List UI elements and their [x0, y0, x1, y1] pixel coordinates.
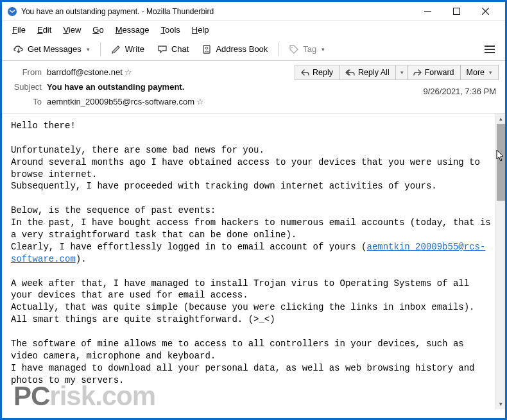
toolbar: Get Messages ▾ Write Chat Address Book T…: [2, 38, 505, 61]
app-menu-button[interactable]: [481, 40, 499, 58]
get-messages-label: Get Messages: [28, 44, 82, 54]
star-icon[interactable]: ☆: [196, 97, 204, 106]
to-label: To: [11, 97, 47, 106]
scroll-down-button[interactable]: ▾: [496, 399, 505, 409]
chat-button[interactable]: Chat: [152, 42, 194, 57]
subject-label: Subject: [11, 82, 47, 92]
reply-all-button[interactable]: Reply All: [339, 65, 396, 80]
tag-label: Tag: [303, 44, 316, 54]
download-cloud-icon: [13, 44, 24, 55]
reply-button[interactable]: Reply: [295, 65, 339, 80]
svg-rect-1: [424, 11, 431, 12]
message-body: Hello there! Unfortunately, there are so…: [2, 113, 505, 409]
write-button[interactable]: Write: [106, 42, 150, 57]
address-book-button[interactable]: Address Book: [196, 42, 273, 57]
separator: [278, 42, 279, 56]
tag-icon: [289, 44, 299, 55]
reply-label: Reply: [313, 68, 333, 77]
forward-icon: [413, 69, 422, 76]
message-date: 9/26/2021, 7:36 PM: [424, 87, 496, 96]
subject-value: You have an outstanding payment.: [47, 82, 184, 92]
forward-label: Forward: [425, 68, 454, 77]
minimize-button[interactable]: [413, 3, 442, 21]
from-value: barrdoff@cstone.net: [47, 67, 123, 77]
app-icon: [7, 6, 17, 17]
message-body-container: Hello there! Unfortunately, there are so…: [2, 113, 505, 409]
menu-file[interactable]: File: [7, 23, 31, 37]
header-actions: Reply Reply All ▾ Forward More ▾: [295, 65, 499, 80]
address-book-icon: [202, 44, 212, 55]
menu-message[interactable]: Message: [110, 23, 155, 37]
vertical-scrollbar[interactable]: ▴ ▾: [495, 113, 505, 409]
menubar: File Edit View Go Message Tools Help: [2, 21, 505, 38]
svg-point-0: [8, 7, 17, 16]
pencil-icon: [111, 44, 121, 55]
forward-button[interactable]: Forward: [407, 65, 461, 80]
window-controls: [413, 3, 500, 21]
tag-button[interactable]: Tag ▾: [284, 42, 330, 57]
menu-view[interactable]: View: [58, 23, 86, 37]
chat-label: Chat: [171, 44, 189, 54]
address-book-label: Address Book: [216, 44, 268, 54]
titlebar: You have an outstanding payment. - Mozil…: [2, 2, 505, 21]
scroll-up-button[interactable]: ▴: [496, 113, 505, 124]
message-header: From barrdoff@cstone.net ☆ Subject You h…: [2, 61, 505, 113]
reply-all-icon: [345, 69, 355, 76]
svg-point-4: [206, 47, 209, 49]
svg-point-5: [291, 47, 293, 48]
menu-help[interactable]: Help: [187, 23, 214, 37]
chat-icon: [157, 44, 168, 55]
window-title: You have an outstanding payment. - Mozil…: [21, 7, 413, 16]
from-label: From: [11, 67, 47, 77]
menu-go[interactable]: Go: [87, 23, 108, 37]
star-icon[interactable]: ☆: [125, 67, 132, 77]
separator: [100, 42, 101, 56]
reply-all-label: Reply All: [358, 68, 390, 77]
to-value: aemntkin_20009b55@rcs-software.com: [47, 97, 194, 106]
more-button[interactable]: More ▾: [460, 65, 499, 80]
caret-icon: ▾: [87, 46, 90, 53]
maximize-button[interactable]: [442, 3, 471, 21]
write-label: Write: [125, 44, 144, 54]
more-label: More: [467, 68, 485, 77]
reply-all-caret[interactable]: ▾: [395, 65, 408, 80]
close-button[interactable]: [471, 3, 500, 21]
get-messages-button[interactable]: Get Messages ▾: [8, 42, 95, 57]
svg-rect-2: [454, 8, 460, 15]
caret-icon: ▾: [322, 46, 325, 53]
menu-tools[interactable]: Tools: [155, 23, 185, 37]
reply-icon: [301, 69, 309, 76]
scroll-thumb[interactable]: [497, 124, 505, 201]
menu-edit[interactable]: Edit: [32, 23, 56, 37]
